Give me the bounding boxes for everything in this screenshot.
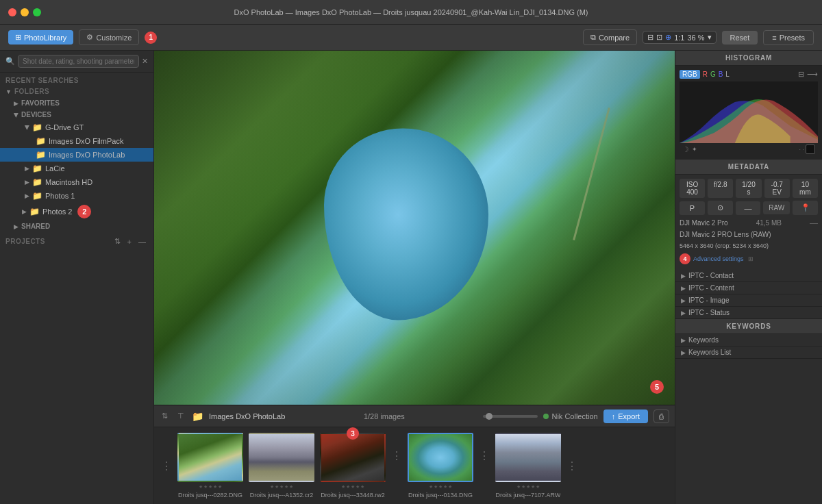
- devices-label: DEVICES: [21, 111, 51, 118]
- filmstrip-sort-button[interactable]: ⇅: [160, 411, 170, 421]
- film-item-1[interactable]: ★ ★ ★ ★ ★ Droits jusq---0282.DNG: [176, 433, 245, 499]
- iptc-content-label: IPTC - Content: [688, 284, 734, 292]
- iptc-chevron-1: ▶: [681, 273, 686, 279]
- search-input[interactable]: [18, 55, 139, 68]
- maximize-button[interactable]: [33, 8, 41, 16]
- histogram-tabs: RGB R G B L ⊟ ⟶: [680, 70, 818, 79]
- projects-sort-button[interactable]: ⇅: [112, 236, 123, 247]
- star-hist-icon: ✦: [692, 146, 697, 153]
- presets-label: Presets: [780, 34, 805, 42]
- keywords-label: Keywords: [688, 336, 719, 344]
- meta-palette-button[interactable]: P: [680, 201, 705, 215]
- hist-tab-l[interactable]: L: [725, 71, 730, 78]
- sliders-icon: ≡: [772, 34, 776, 42]
- search-clear-icon[interactable]: ✕: [142, 57, 148, 66]
- share-button[interactable]: ⎙: [653, 410, 669, 423]
- iptc-status-item[interactable]: ▶ IPTC - Status: [675, 307, 822, 319]
- minimize-button[interactable]: [21, 8, 29, 16]
- zoom-dropdown-icon[interactable]: ▾: [708, 33, 712, 42]
- star-2e: ★: [521, 484, 525, 490]
- star-3d: ★: [438, 484, 443, 490]
- sidebar-item-shared[interactable]: ▶ SHARED: [0, 220, 153, 232]
- star-3: ★: [208, 484, 212, 490]
- star-5d: ★: [448, 484, 452, 490]
- star-5c: ★: [360, 484, 364, 490]
- hist-tab-rgb[interactable]: RGB: [680, 70, 700, 79]
- film-thumb-2: [249, 433, 314, 482]
- iptc-image-item[interactable]: ▶ IPTC - Image: [675, 294, 822, 307]
- compare-button[interactable]: ⧉ Compare: [583, 29, 637, 45]
- advanced-settings-link[interactable]: Advanced settings: [693, 255, 747, 262]
- film-item-4[interactable]: ★ ★ ★ ★ ★ Droits jusq---0134.DNG: [406, 433, 475, 499]
- sidebar-item-photos2[interactable]: ▶ 📁 Photos 2 2: [0, 203, 153, 220]
- star-1: ★: [199, 484, 203, 490]
- iptc-chevron-4: ▶: [681, 310, 686, 316]
- star-2: ★: [203, 484, 208, 490]
- filmstrip-toolbar: ⇅ ⊤ 📁 Images DxO PhotoLab 1/28 images Ni…: [154, 405, 675, 427]
- share-icon: ⎙: [659, 412, 664, 420]
- iptc-content-item[interactable]: ▶ IPTC - Content: [675, 282, 822, 294]
- photolibrary-label: PhotoLibrary: [24, 34, 66, 42]
- adv-settings-icon: ⊞: [748, 255, 754, 262]
- favorites-label: FAVORITES: [21, 99, 60, 107]
- film-thumb-wrapper-3: 3: [320, 433, 386, 482]
- meta-camera-button[interactable]: ⊙: [708, 201, 733, 215]
- reset-button[interactable]: Reset: [722, 31, 758, 45]
- customize-tab[interactable]: ⚙ Customize: [79, 29, 139, 45]
- histogram-settings-button[interactable]: ⟶: [807, 70, 818, 79]
- folder-filmpack-icon: 📁: [36, 136, 46, 146]
- histogram-bottom: ☽ ✦ · ·: [680, 143, 818, 155]
- badge-4: 4: [680, 253, 690, 264]
- meta-dimensions-row: 5464 x 3640 (crop: 5234 x 3640): [680, 241, 818, 251]
- filmstrip-scroll-left[interactable]: ⋮: [160, 459, 173, 473]
- zoom-slider-track[interactable]: [483, 415, 538, 418]
- projects-add-button[interactable]: +: [125, 236, 134, 247]
- sidebar-item-photolabimages[interactable]: 📁 Images DxO PhotoLab: [0, 148, 153, 162]
- sidebar-item-photos1[interactable]: ▶ 📁 Photos 1: [0, 189, 153, 203]
- iptc-contact-item[interactable]: ▶ IPTC - Contact: [675, 270, 822, 282]
- meta-dash-button[interactable]: —: [736, 201, 761, 215]
- sidebar-folders-header[interactable]: ▼ FOLDERS: [0, 86, 153, 97]
- lacie-label: LaCie: [45, 164, 65, 173]
- photos1-label: Photos 1: [45, 192, 75, 200]
- hist-tab-g[interactable]: G: [710, 71, 716, 78]
- hist-tab-b[interactable]: B: [719, 71, 723, 78]
- chevron-devices-icon: ▶: [13, 112, 20, 117]
- sidebar-item-filmpack[interactable]: 📁 Images DxO FilmPack: [0, 134, 153, 148]
- badge-2: 2: [77, 205, 91, 218]
- film-item-3[interactable]: 3 ★ ★ ★ ★ ★ Droits jusq---33448.rw2: [319, 433, 387, 499]
- meta-dimensions: 5464 x 3640 (crop: 5234 x 3640): [680, 241, 769, 251]
- close-button[interactable]: [8, 8, 16, 16]
- filmstrip-filter-button[interactable]: ⊤: [175, 411, 186, 421]
- filmstrip-scroll-right[interactable]: ⋮: [565, 459, 579, 473]
- sidebar-item-favorites[interactable]: ▶ FAVORITES: [0, 97, 153, 109]
- projects-more-button[interactable]: —: [136, 236, 148, 247]
- filmstrip-items: ⋮ ★ ★ ★ ★ ★ Droits jusq---0282.DNG: [154, 427, 675, 504]
- histogram-display-button[interactable]: ⊟: [798, 70, 804, 79]
- keywords-chevron: ▶: [681, 337, 686, 344]
- hist-tab-r[interactable]: R: [703, 71, 708, 78]
- meta-camera: DJI Mavic 2 Pro: [680, 218, 728, 228]
- meta-collapse-button[interactable]: —: [810, 218, 818, 228]
- film-label-1: Droits jusq---0282.DNG: [178, 492, 242, 499]
- presets-button[interactable]: ≡ Presets: [763, 30, 814, 45]
- film-thumb-4: [408, 433, 473, 482]
- film-item-5[interactable]: ★ ★ ★ ★ ★ Droits jusq---7107.ARW: [494, 433, 562, 499]
- photolibrary-tab[interactable]: ⊞ PhotoLibrary: [8, 30, 73, 45]
- keywords-list-item[interactable]: ▶ Keywords List: [675, 346, 822, 359]
- export-button[interactable]: ↑ Export: [603, 410, 648, 423]
- star-4d: ★: [443, 484, 447, 490]
- sidebar-item-macintosh[interactable]: ▶ 📁 Macintosh HD: [0, 175, 153, 189]
- meta-location-button[interactable]: 📍: [793, 201, 818, 215]
- sidebar-item-gdrive[interactable]: ▶ 📁 G-Drive GT: [0, 121, 153, 134]
- star-2b: ★: [275, 484, 279, 490]
- filmstrip-folder-icon: 📁: [192, 411, 203, 422]
- star-5b: ★: [289, 484, 293, 490]
- sidebar-item-lacie[interactable]: ▶ 📁 LaCie: [0, 162, 153, 175]
- histogram-slider-right: · ·: [799, 144, 815, 154]
- keywords-item[interactable]: ▶ Keywords: [675, 334, 822, 346]
- zoom-slider-thumb: [486, 413, 493, 420]
- sidebar-item-devices[interactable]: ▶ DEVICES: [0, 109, 153, 121]
- nik-collection-button[interactable]: Nik Collection: [543, 412, 597, 420]
- film-item-2[interactable]: ★ ★ ★ ★ ★ Droits jusq---A1352.cr2: [247, 433, 316, 499]
